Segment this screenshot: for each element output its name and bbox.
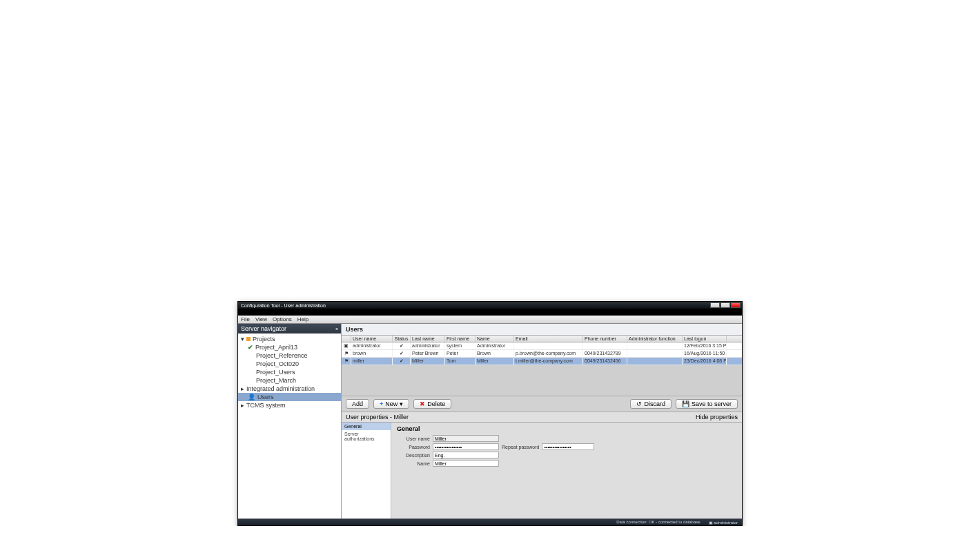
col-lastname[interactable]: Last name: [411, 336, 445, 342]
field-username: User name Miller: [397, 435, 736, 442]
tree-item[interactable]: Project_Users: [238, 368, 341, 376]
tree-item[interactable]: ✔Project_April13: [238, 343, 341, 351]
tree-item[interactable]: Project_Reference: [238, 351, 341, 360]
menu-view[interactable]: View: [255, 316, 267, 322]
status-user: ▣ administrator: [709, 520, 738, 525]
status-connection: Data connection: OK - connected to datab…: [616, 520, 700, 524]
ribbon-bar: [238, 309, 742, 316]
plus-icon: +: [380, 400, 383, 407]
field-password: Password •••••••••••••••• Repeat passwor…: [397, 443, 736, 450]
tree-group[interactable]: ▸Integrated administration: [238, 385, 341, 393]
field-name: Name Miller: [397, 460, 736, 467]
col-username[interactable]: User name: [351, 336, 393, 342]
description-input[interactable]: Eng.: [433, 452, 499, 458]
menu-file[interactable]: File: [241, 316, 250, 322]
grid-empty-area: [342, 365, 742, 396]
titlebar: Configuration Tool - User administration: [238, 302, 742, 309]
table-row[interactable]: ⚑miller✔MillerTomMillert.miller@the-comp…: [342, 358, 742, 365]
name-input[interactable]: Miller: [433, 460, 499, 467]
app-window: Configuration Tool - User administration…: [237, 301, 743, 526]
password-input[interactable]: ••••••••••••••••: [433, 443, 499, 450]
tree: ▾Projects ✔Project_April13 Project_Refer…: [238, 334, 341, 411]
users-grid: User name Status Last name First name Na…: [342, 336, 742, 365]
properties-title: User properties - Miller: [346, 414, 409, 420]
tree-item[interactable]: Project_Oct020: [238, 360, 341, 368]
menu-options[interactable]: Options: [273, 316, 292, 322]
col-admin[interactable]: Administrator function: [627, 336, 683, 342]
menu-help[interactable]: Help: [297, 316, 308, 322]
tree-item[interactable]: Project_March: [238, 376, 341, 385]
close-button[interactable]: [731, 302, 741, 308]
statusbar: Data connection: OK - connected to datab…: [238, 519, 742, 525]
discard-button[interactable]: ↺Discard: [630, 399, 672, 409]
col-phone[interactable]: Phone number: [583, 336, 627, 342]
menubar: File View Options Help: [238, 316, 742, 324]
sidebar-title: Server navigator: [241, 325, 286, 332]
properties-bar: User properties - Miller Hide properties: [342, 412, 742, 423]
tree-item-users[interactable]: 👤Users: [238, 393, 341, 401]
toolbar: Add +New▾ ✖Delete ↺Discard 💾Save to serv…: [342, 396, 742, 412]
save-button[interactable]: 💾Save to server: [676, 399, 738, 409]
content: Server navigator « ▾Projects ✔Project_Ap…: [238, 324, 742, 519]
delete-icon: ✖: [420, 400, 425, 407]
col-status[interactable]: Status: [393, 336, 411, 342]
grid-header: User name Status Last name First name Na…: [342, 336, 742, 342]
sidebar: Server navigator « ▾Projects ✔Project_Ap…: [238, 324, 342, 519]
window-controls: [710, 302, 741, 308]
new-button[interactable]: +New▾: [373, 399, 409, 409]
username-value: Miller: [433, 435, 499, 442]
repeat-password-input[interactable]: ••••••••••••••••: [542, 443, 594, 450]
tab-server-auth[interactable]: Server authorizations: [342, 430, 391, 443]
tab-general[interactable]: General: [342, 423, 391, 430]
col-lastlogon[interactable]: Last logon: [683, 336, 727, 342]
chevron-down-icon: ▾: [400, 400, 403, 407]
add-button[interactable]: Add: [346, 399, 369, 409]
properties-tabs: General Server authorizations: [342, 423, 391, 519]
properties-panel: General Server authorizations General Us…: [342, 423, 742, 519]
properties-heading: General: [397, 425, 736, 432]
minimize-button[interactable]: [710, 302, 720, 308]
field-description: Description Eng.: [397, 452, 736, 458]
section-title: Users: [342, 324, 742, 336]
main-panel: Users User name Status Last name First n…: [342, 324, 742, 519]
save-icon: 💾: [682, 400, 689, 407]
user-icon: 👤: [248, 394, 255, 400]
collapse-icon[interactable]: «: [335, 327, 338, 331]
col-name[interactable]: Name: [476, 336, 514, 342]
folder-icon: [246, 337, 251, 341]
delete-button[interactable]: ✖Delete: [413, 399, 451, 409]
tree-root[interactable]: ▾Projects: [238, 335, 341, 343]
col-email[interactable]: Email: [514, 336, 583, 342]
undo-icon: ↺: [636, 400, 642, 407]
maximize-button[interactable]: [721, 302, 730, 308]
window-title: Configuration Tool - User administration: [239, 303, 710, 308]
table-row[interactable]: ⚑brown✔Peter BrownPeterBrownp.brown@the-…: [342, 350, 742, 358]
col-icon[interactable]: [342, 336, 351, 342]
tree-item[interactable]: ▸TCMS system: [238, 401, 341, 409]
table-row[interactable]: ▣administrator✔administratorsystemAdmini…: [342, 342, 742, 350]
check-icon: ✔: [248, 344, 253, 351]
col-firstname[interactable]: First name: [445, 336, 476, 342]
properties-body: General User name Miller Password ••••••…: [391, 423, 742, 519]
hide-properties-link[interactable]: Hide properties: [696, 414, 738, 420]
sidebar-header: Server navigator «: [238, 324, 341, 334]
